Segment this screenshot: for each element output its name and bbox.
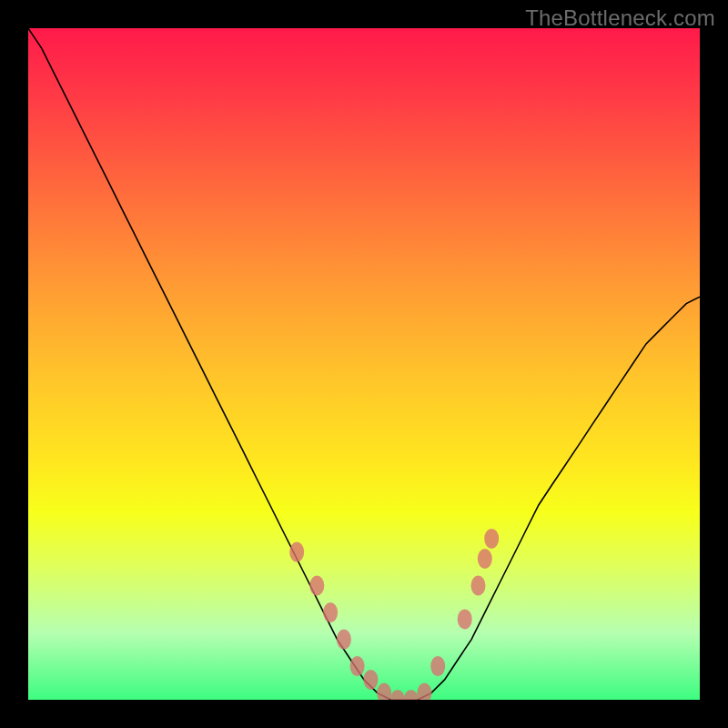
curve-marker (390, 690, 405, 700)
curve-marker (350, 656, 365, 676)
chart-svg (28, 28, 700, 700)
curve-marker (417, 683, 431, 700)
curve-marker (323, 602, 338, 622)
curve-marker (430, 656, 445, 676)
curve-marker (478, 549, 492, 569)
curve-marker (377, 683, 391, 700)
bottleneck-curve (28, 28, 700, 700)
marker-group (289, 529, 499, 700)
curve-marker (484, 529, 499, 549)
curve-marker (471, 576, 486, 596)
curve-marker (289, 542, 304, 562)
chart-frame: TheBottleneck.com (0, 0, 728, 728)
curve-marker (458, 609, 472, 629)
curve-marker (309, 576, 324, 596)
curve-marker (363, 670, 378, 690)
curve-marker (404, 690, 419, 700)
plot-area (28, 28, 700, 700)
watermark-text: TheBottleneck.com (525, 5, 715, 31)
curve-marker (337, 630, 351, 650)
